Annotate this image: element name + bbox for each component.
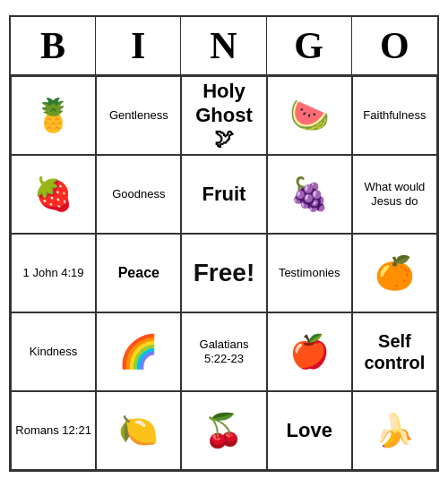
cell-r3-c1: 🌈 [96, 312, 181, 391]
cell-r3-c3: 🍎 [267, 312, 352, 391]
cell-emoji: 🍉 [289, 99, 330, 132]
cell-emoji: 🍌 [375, 414, 415, 447]
cell-r2-c4: 🍊 [352, 234, 437, 312]
cell-r3-c2: Galatians 5:22-23 [181, 312, 266, 391]
cell-r4-c1: 🍋 [96, 391, 181, 470]
cell-r0-c2: Holy Ghost 🕊 [181, 76, 266, 155]
cell-r4-c0: Romans 12:21 [11, 391, 96, 470]
cell-r1-c3: 🍇 [267, 155, 352, 234]
cell-r3-c4: Self control [352, 312, 437, 391]
bingo-grid: 🍍GentlenessHoly Ghost 🕊🍉Faithfulness🍓Goo… [11, 76, 437, 470]
cell-r4-c2: 🍒 [181, 391, 266, 470]
header-letter: I [96, 17, 181, 74]
cell-r0-c1: Gentleness [96, 76, 181, 155]
cell-r3-c0: Kindness [11, 312, 96, 391]
bingo-header: BINGO [11, 17, 437, 76]
cell-emoji: 🍇 [289, 178, 330, 210]
cell-r0-c4: Faithfulness [352, 76, 437, 155]
cell-r1-c4: What would Jesus do [352, 155, 437, 234]
cell-emoji: 🍓 [33, 178, 73, 210]
cell-r2-c3: Testimonies [267, 234, 352, 312]
cell-emoji: 🍎 [289, 336, 330, 368]
cell-r0-c3: 🍉 [267, 76, 352, 155]
cell-r2-c2: Free! [181, 234, 266, 312]
cell-r1-c0: 🍓 [11, 155, 96, 234]
cell-r2-c1: Peace [96, 234, 181, 312]
header-letter: G [267, 17, 352, 74]
cell-emoji: 🍍 [33, 99, 73, 132]
header-letter: B [11, 17, 96, 74]
cell-emoji: 🍋 [118, 414, 159, 447]
header-letter: N [181, 17, 266, 74]
cell-r4-c4: 🍌 [352, 391, 437, 470]
cell-emoji: 🌈 [118, 336, 159, 368]
cell-emoji: 🍊 [375, 257, 415, 289]
cell-r1-c2: Fruit [181, 155, 266, 234]
cell-r2-c0: 1 John 4:19 [11, 234, 96, 312]
header-letter: O [352, 17, 437, 74]
bingo-card: BINGO 🍍GentlenessHoly Ghost 🕊🍉Faithfulne… [9, 15, 439, 472]
cell-r1-c1: Goodness [96, 155, 181, 234]
cell-emoji: 🍒 [203, 414, 244, 447]
cell-r0-c0: 🍍 [11, 76, 96, 155]
cell-r4-c3: Love [267, 391, 352, 470]
